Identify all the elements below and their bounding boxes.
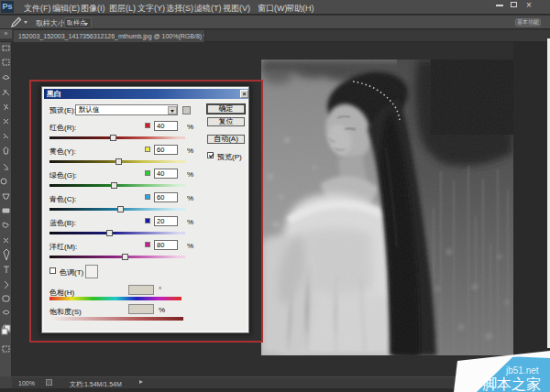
svg-text:jb51.net: jb51.net xyxy=(505,365,539,376)
svg-text:脚本之家: 脚本之家 xyxy=(482,376,541,392)
